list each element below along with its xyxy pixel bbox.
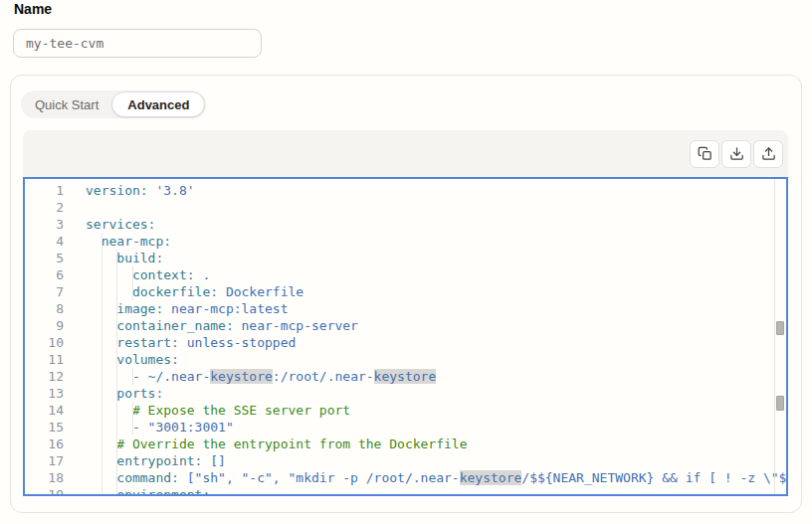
code-lines: 1version: '3.8'23services:4 near-mcp:5 b… bbox=[25, 179, 786, 496]
indent-guide bbox=[132, 368, 133, 385]
code-line: 9 container_name: near-mcp-server bbox=[25, 317, 786, 334]
indent-guide bbox=[102, 250, 102, 266]
code-line: 6 context: . bbox=[25, 266, 786, 283]
tab-advanced[interactable]: Advanced bbox=[111, 91, 205, 117]
line-number: 4 bbox=[25, 233, 64, 250]
name-input[interactable] bbox=[13, 29, 262, 58]
indent-guide bbox=[116, 317, 117, 334]
code-text: ports: bbox=[64, 385, 163, 402]
indent-guide bbox=[116, 283, 117, 300]
yaml-editor[interactable]: 1version: '3.8'23services:4 near-mcp:5 b… bbox=[23, 177, 788, 496]
code-line: 7 dockerfile: Dockerfile bbox=[25, 283, 786, 300]
code-line: 17 entrypoint: [] bbox=[25, 452, 786, 469]
line-number: 17 bbox=[25, 452, 64, 469]
line-number: 13 bbox=[25, 385, 64, 402]
editor-scrollbar[interactable] bbox=[774, 179, 786, 494]
code-text: # Expose the SSE server port bbox=[64, 402, 350, 419]
code-text: - "3001:3001" bbox=[64, 419, 234, 436]
indent-guide bbox=[132, 419, 133, 436]
indent-guide bbox=[116, 452, 117, 469]
indent-guide bbox=[102, 351, 102, 368]
upload-icon bbox=[761, 146, 776, 161]
code-text: services: bbox=[64, 216, 155, 233]
code-line: 13 ports: bbox=[25, 385, 786, 402]
code-text: context: . bbox=[64, 266, 210, 283]
line-number: 9 bbox=[25, 317, 64, 334]
scrollbar-thumb[interactable] bbox=[776, 321, 784, 335]
line-number: 15 bbox=[25, 419, 64, 436]
indent-guide bbox=[102, 300, 102, 317]
code-line: 15 - "3001:3001" bbox=[25, 419, 786, 436]
indent-guide bbox=[116, 334, 117, 351]
indent-guide bbox=[102, 402, 102, 419]
code-line: 19 environment: bbox=[25, 486, 786, 496]
indent-guide bbox=[116, 419, 117, 436]
indent-guide bbox=[116, 469, 117, 486]
indent-guide bbox=[102, 233, 102, 250]
line-number: 6 bbox=[25, 266, 64, 283]
line-number: 11 bbox=[25, 351, 64, 368]
code-text: image: near-mcp:latest bbox=[64, 300, 289, 317]
code-text: near-mcp: bbox=[64, 233, 171, 250]
code-line: 10 restart: unless-stopped bbox=[25, 334, 786, 351]
indent-guide bbox=[116, 368, 117, 385]
upload-button[interactable] bbox=[753, 140, 783, 168]
scrollbar-thumb[interactable] bbox=[776, 396, 784, 411]
indent-guide bbox=[102, 452, 102, 469]
download-icon bbox=[729, 146, 744, 161]
code-line: 3services: bbox=[25, 216, 786, 233]
code-line: 18 command: ["sh", "-c", "mkdir -p /root… bbox=[25, 469, 786, 486]
line-number: 1 bbox=[25, 182, 64, 199]
line-number: 7 bbox=[25, 283, 64, 300]
line-number: 14 bbox=[25, 402, 64, 419]
tab-quick-start[interactable]: Quick Start bbox=[22, 90, 111, 118]
indent-guide bbox=[102, 334, 102, 351]
code-text: volumes: bbox=[64, 351, 179, 368]
code-line: 16 # Override the entrypoint from the Do… bbox=[25, 436, 786, 452]
indent-guide bbox=[102, 436, 102, 452]
line-number: 12 bbox=[25, 368, 64, 385]
code-text: - ~/.near-keystore:/root/.near-keystore bbox=[64, 368, 436, 385]
indent-guide bbox=[102, 317, 102, 334]
copy-button[interactable] bbox=[690, 140, 719, 168]
indent-guide bbox=[116, 385, 117, 402]
line-number: 18 bbox=[25, 469, 64, 486]
line-number: 19 bbox=[25, 486, 64, 496]
code-text: container_name: near-mcp-server bbox=[64, 317, 358, 334]
code-line: 11 volumes: bbox=[25, 351, 786, 368]
code-text: build: bbox=[64, 250, 163, 266]
download-button[interactable] bbox=[721, 140, 751, 168]
indent-guide bbox=[116, 351, 117, 368]
indent-guide bbox=[116, 250, 117, 266]
code-text: dockerfile: Dockerfile bbox=[64, 283, 304, 300]
copy-icon bbox=[698, 146, 712, 161]
config-card: Quick Start Advanced bbox=[10, 75, 802, 513]
line-number: 5 bbox=[25, 250, 64, 266]
indent-guide bbox=[116, 402, 117, 419]
code-line: 12 - ~/.near-keystore:/root/.near-keysto… bbox=[25, 368, 786, 385]
code-line: 8 image: near-mcp:latest bbox=[25, 300, 786, 317]
code-text: entrypoint: [] bbox=[64, 452, 226, 469]
line-number: 2 bbox=[25, 199, 64, 216]
indent-guide bbox=[116, 266, 117, 283]
code-line: 1version: '3.8' bbox=[25, 182, 786, 199]
line-number: 3 bbox=[25, 216, 64, 233]
code-line: 14 # Expose the SSE server port bbox=[25, 402, 786, 419]
code-text: environment: bbox=[64, 486, 210, 496]
line-number: 10 bbox=[25, 334, 64, 351]
code-text: # Override the entrypoint from the Docke… bbox=[64, 436, 468, 452]
code-line: 5 build: bbox=[25, 250, 786, 266]
code-text: restart: unless-stopped bbox=[64, 334, 296, 351]
tab-bar: Quick Start Advanced bbox=[21, 90, 206, 118]
code-line: 4 near-mcp: bbox=[25, 233, 786, 250]
indent-guide bbox=[102, 419, 102, 436]
line-number: 8 bbox=[25, 300, 64, 317]
code-line: 2 bbox=[25, 199, 786, 216]
indent-guide bbox=[132, 266, 133, 283]
indent-guide bbox=[102, 266, 102, 283]
name-field-label: Name bbox=[14, 1, 52, 17]
indent-guide bbox=[102, 469, 102, 486]
indent-guide bbox=[116, 300, 117, 317]
code-text bbox=[64, 199, 86, 216]
indent-guide bbox=[102, 283, 102, 300]
